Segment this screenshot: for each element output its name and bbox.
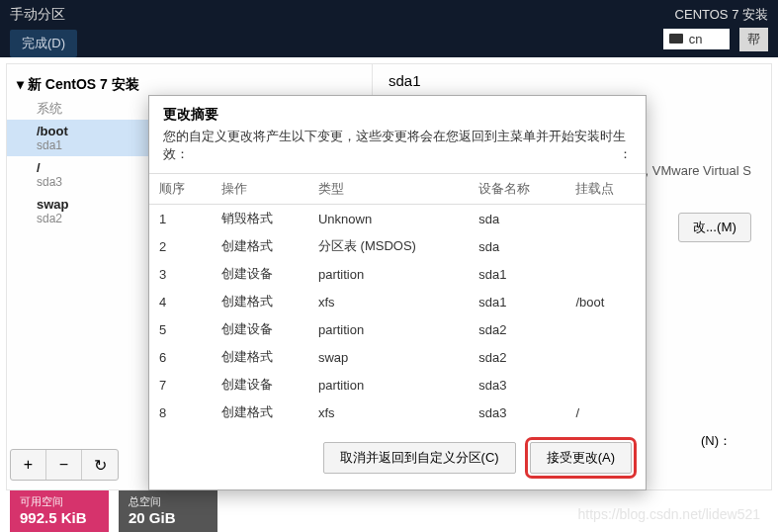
- cell-mount: [565, 343, 646, 371]
- accept-changes-button[interactable]: 接受更改(A): [530, 442, 632, 474]
- col-order[interactable]: 顺序: [149, 174, 212, 205]
- cell-type: Unknown: [308, 205, 469, 233]
- cell-type: 分区表 (MSDOS): [308, 232, 469, 260]
- cell-device: sda2: [469, 343, 565, 371]
- cell-operation: 创建设备: [212, 371, 308, 399]
- col-device[interactable]: 设备名称: [469, 174, 565, 205]
- cell-operation: 创建格式: [212, 232, 308, 260]
- cell-operation: 创建格式: [212, 399, 308, 426]
- cell-mount: [565, 260, 646, 288]
- top-bar: 手动分区 完成(D) CENTOS 7 安装 cn 帮: [0, 0, 778, 57]
- cell-mount: [565, 232, 646, 260]
- col-type[interactable]: 类型: [308, 174, 469, 205]
- table-row[interactable]: 6创建格式swapsda2: [149, 343, 646, 371]
- col-operation[interactable]: 操作: [212, 174, 308, 205]
- cell-type: partition: [308, 260, 469, 288]
- cell-type: partition: [308, 315, 469, 343]
- cell-mount: /: [565, 399, 646, 426]
- cell-type: partition: [308, 371, 469, 399]
- cancel-button[interactable]: 取消并返回到自定义分区(C): [323, 442, 516, 474]
- table-row[interactable]: 2创建格式分区表 (MSDOS)sda: [149, 232, 646, 260]
- cell-device: sda: [469, 205, 565, 233]
- modify-button[interactable]: 改...(M): [678, 213, 751, 242]
- table-row[interactable]: 3创建设备partitionsda1: [149, 260, 646, 288]
- cell-mount: [565, 205, 646, 233]
- install-title: CENTOS 7 安装: [663, 6, 768, 24]
- cell-order: 4: [149, 288, 212, 315]
- cell-mount: [565, 315, 646, 343]
- keyboard-icon: [669, 34, 683, 44]
- changes-table: 顺序 操作 类型 设备名称 挂载点 1销毁格式Unknownsda2创建格式分区…: [149, 173, 646, 426]
- detail-title: sda1: [389, 72, 755, 89]
- cell-operation: 创建格式: [212, 288, 308, 315]
- cell-type: swap: [308, 343, 469, 371]
- table-header-row: 顺序 操作 类型 设备名称 挂载点: [149, 174, 646, 205]
- cell-device: sda3: [469, 399, 565, 426]
- add-partition-button[interactable]: +: [11, 450, 46, 480]
- col-mount[interactable]: 挂载点: [565, 174, 646, 205]
- cell-device: sda1: [469, 288, 565, 315]
- cell-mount: /boot: [565, 288, 646, 315]
- cell-order: 8: [149, 399, 212, 426]
- table-row[interactable]: 7创建设备partitionsda3: [149, 371, 646, 399]
- cell-order: 6: [149, 343, 212, 371]
- cell-order: 7: [149, 371, 212, 399]
- cell-order: 2: [149, 232, 212, 260]
- keyboard-layout-selector[interactable]: cn: [663, 29, 731, 49]
- cell-type: xfs: [308, 288, 469, 315]
- cell-order: 3: [149, 260, 212, 288]
- cell-device: sda: [469, 232, 565, 260]
- remove-partition-button[interactable]: −: [46, 450, 82, 480]
- available-space-box: 可用空间 992.5 KiB: [10, 490, 109, 532]
- cell-order: 1: [149, 205, 212, 233]
- total-space-label: 总空间: [129, 494, 208, 509]
- cell-operation: 销毁格式: [212, 205, 308, 233]
- cell-operation: 创建设备: [212, 315, 308, 343]
- table-row[interactable]: 4创建格式xfssda1/boot: [149, 288, 646, 315]
- table-row[interactable]: 1销毁格式Unknownsda: [149, 205, 646, 233]
- reload-button[interactable]: ↻: [82, 450, 118, 480]
- partition-toolbar: + − ↻: [10, 449, 119, 481]
- total-space-value: 20 GiB: [129, 509, 208, 526]
- cell-device: sda3: [469, 371, 565, 399]
- done-button[interactable]: 完成(D): [10, 30, 77, 57]
- dialog-description: 您的自定义更改将产生以下变更，这些变更将会在您返回到主菜单并开始安装时生效： ：: [149, 128, 646, 173]
- cell-mount: [565, 371, 646, 399]
- name-label: (N)：: [701, 432, 732, 450]
- summary-dialog: 更改摘要 您的自定义更改将产生以下变更，这些变更将会在您返回到主菜单并开始安装时…: [148, 95, 647, 490]
- cell-device: sda1: [469, 260, 565, 288]
- help-button[interactable]: 帮: [739, 28, 768, 51]
- cell-type: xfs: [308, 399, 469, 426]
- total-space-box: 总空间 20 GiB: [119, 490, 217, 532]
- cell-operation: 创建格式: [212, 343, 308, 371]
- available-space-value: 992.5 KiB: [20, 509, 99, 526]
- cell-device: sda2: [469, 315, 565, 343]
- table-row[interactable]: 5创建设备partitionsda2: [149, 315, 646, 343]
- cell-order: 5: [149, 315, 212, 343]
- page-title: 手动分区: [10, 6, 77, 24]
- dialog-title: 更改摘要: [149, 96, 646, 128]
- cell-operation: 创建设备: [212, 260, 308, 288]
- table-row[interactable]: 8创建格式xfssda3/: [149, 399, 646, 426]
- available-space-label: 可用空间: [20, 494, 99, 509]
- watermark: https://blog.csdn.net/lidew521: [578, 506, 760, 522]
